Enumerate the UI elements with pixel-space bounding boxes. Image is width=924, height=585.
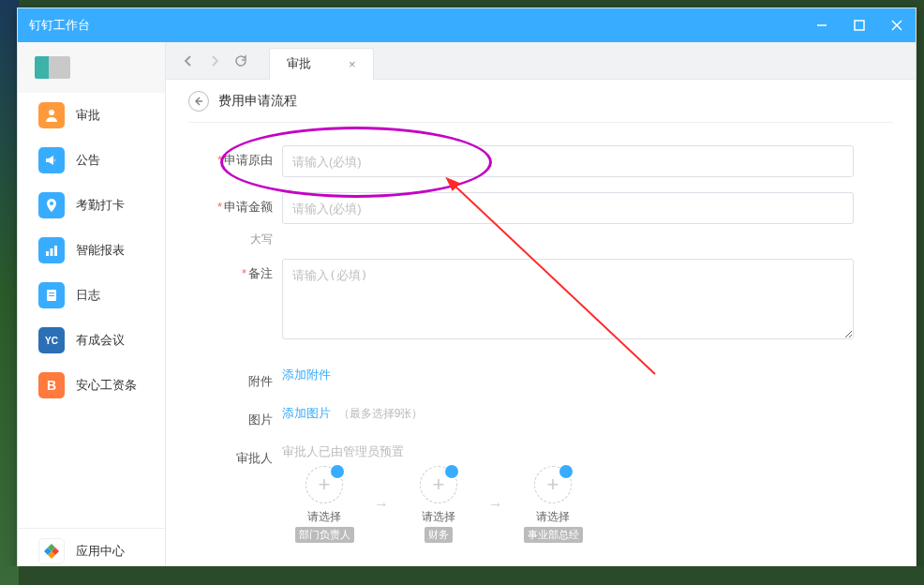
- svg-rect-9: [49, 292, 54, 293]
- minimize-button[interactable]: [803, 8, 841, 42]
- page-back-button[interactable]: [188, 91, 209, 112]
- sidebar-item-label: 考勤打卡: [76, 197, 125, 214]
- capital-label: 大写: [188, 232, 282, 248]
- location-icon: [38, 192, 65, 218]
- tab-close-button[interactable]: ×: [349, 57, 356, 71]
- sidebar-item-attendance[interactable]: 考勤打卡: [18, 183, 165, 228]
- sidebar-item-label: 审批: [76, 107, 100, 124]
- arrow-icon: →: [488, 496, 503, 513]
- approver-add-button-2[interactable]: +: [420, 466, 457, 503]
- svg-rect-1: [855, 21, 864, 30]
- approver-label: 审批人: [188, 443, 282, 467]
- sidebar-item-label: 智能报表: [76, 242, 125, 259]
- add-attachment-link[interactable]: 添加附件: [282, 368, 331, 382]
- sidebar-item-label: 有成会议: [76, 332, 125, 349]
- image-label: 图片: [188, 405, 282, 428]
- sidebar-item-announce[interactable]: 公告: [18, 138, 165, 183]
- app-window: 钉钉工作台 审批 公告 考勤打卡: [17, 8, 917, 566]
- avatar-row[interactable]: [18, 42, 165, 93]
- reason-label: *申请原由: [188, 145, 282, 169]
- apps-icon: [38, 538, 65, 564]
- approver-select-label: 请选择: [307, 509, 341, 525]
- svg-rect-6: [51, 248, 53, 256]
- image-hint: （最多选择9张）: [338, 407, 424, 420]
- page-title: 费用申请流程: [218, 93, 297, 110]
- tabbar: 审批 ×: [166, 42, 916, 80]
- sidebar-item-approval[interactable]: 审批: [18, 93, 165, 138]
- salary-icon: B: [38, 372, 65, 398]
- approver-role: 财务: [425, 527, 453, 543]
- content-area: 费用申请流程 *申请原由 *申请金额 大写 *备注: [166, 80, 916, 566]
- document-icon: [38, 282, 65, 308]
- remark-label: *备注: [188, 259, 282, 282]
- sidebar-item-salary[interactable]: B 安心工资条: [18, 363, 165, 408]
- main-area: 审批 × 费用申请流程 *申请原由 *申请金额 大写: [166, 42, 916, 566]
- chart-icon: [38, 237, 65, 263]
- approver-select-label: 请选择: [536, 509, 570, 525]
- close-button[interactable]: [878, 8, 916, 42]
- sidebar-item-label: 日志: [76, 287, 100, 304]
- tab-approval[interactable]: 审批 ×: [269, 48, 374, 80]
- amount-input[interactable]: [282, 192, 854, 224]
- arrow-icon: →: [374, 496, 389, 513]
- approver-note: 审批人已由管理员预置: [282, 443, 893, 460]
- approver-select-label: 请选择: [422, 509, 455, 525]
- nav-back-button[interactable]: [175, 48, 201, 74]
- sidebar-item-label: 公告: [76, 152, 100, 169]
- approver-role: 事业部总经: [524, 527, 583, 543]
- maximize-button[interactable]: [841, 8, 878, 42]
- svg-rect-10: [49, 295, 54, 296]
- svg-rect-5: [46, 251, 49, 256]
- sidebar-item-meeting[interactable]: YC 有成会议: [18, 318, 165, 363]
- approver-role: 部门负责人: [295, 527, 354, 543]
- sidebar-item-reports[interactable]: 智能报表: [18, 228, 165, 273]
- sidebar: 审批 公告 考勤打卡 智能报表 日志: [18, 42, 166, 566]
- amount-label: *申请金额: [188, 192, 282, 216]
- avatar: [35, 56, 70, 79]
- approver-add-button-1[interactable]: +: [306, 466, 343, 503]
- window-title: 钉钉工作台: [29, 17, 90, 34]
- approver-add-button-3[interactable]: +: [534, 466, 572, 503]
- sidebar-item-label: 应用中心: [76, 543, 125, 560]
- attach-label: 附件: [188, 367, 282, 390]
- remark-textarea[interactable]: [282, 259, 854, 339]
- svg-rect-7: [54, 246, 57, 256]
- approver-flow: + 请选择 部门负责人 → + 请选择 财务 →: [282, 466, 893, 543]
- titlebar: 钉钉工作台: [18, 8, 916, 42]
- person-icon: [38, 102, 65, 128]
- sidebar-item-appcenter[interactable]: 应用中心: [18, 528, 165, 566]
- reason-input[interactable]: [282, 145, 854, 177]
- tab-label: 审批: [287, 55, 311, 72]
- nav-refresh-button[interactable]: [228, 48, 254, 74]
- sidebar-item-log[interactable]: 日志: [18, 273, 165, 318]
- add-image-link[interactable]: 添加图片: [282, 406, 331, 420]
- yc-icon: YC: [38, 327, 65, 353]
- megaphone-icon: [38, 147, 65, 173]
- svg-point-4: [49, 110, 54, 115]
- sidebar-item-label: 安心工资条: [76, 377, 137, 394]
- nav-forward-button[interactable]: [201, 48, 228, 74]
